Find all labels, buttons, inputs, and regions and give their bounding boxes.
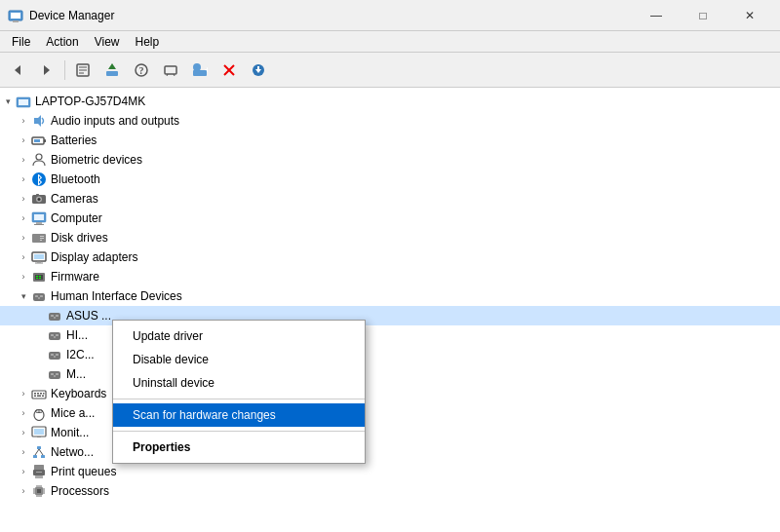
- svg-marker-3: [15, 65, 20, 75]
- hid4-label: M...: [66, 367, 86, 381]
- tree-item-computer[interactable]: › Computer: [0, 209, 780, 228]
- scan-button[interactable]: [157, 57, 184, 84]
- batteries-label: Batteries: [51, 133, 97, 147]
- tree-item-bluetooth[interactable]: › ᛒ Bluetooth: [0, 170, 780, 189]
- monitors-icon: [31, 425, 47, 440]
- firmware-label: Firmware: [51, 270, 99, 284]
- audio-expand-icon: ›: [16, 113, 31, 129]
- tree-view[interactable]: ▾ LAPTOP-GJ57D4MK › Audio inputs and out…: [0, 88, 780, 532]
- add-button[interactable]: +: [186, 57, 214, 84]
- svg-marker-4: [44, 65, 50, 75]
- tree-root[interactable]: ▾ LAPTOP-GJ57D4MK: [0, 92, 780, 111]
- firmware-expand-icon: ›: [16, 269, 31, 285]
- forward-button[interactable]: [33, 57, 60, 84]
- tree-item-print[interactable]: › Print queues: [0, 462, 780, 481]
- maximize-button[interactable]: □: [681, 0, 725, 31]
- processors-icon: [31, 483, 47, 499]
- svg-text:+: +: [205, 65, 208, 75]
- tree-item-firmware[interactable]: › Firmware: [0, 267, 780, 286]
- svg-rect-49: [37, 261, 41, 263]
- context-menu-properties[interactable]: Properties: [113, 436, 365, 459]
- svg-rect-75: [56, 373, 58, 375]
- display-expand-icon: ›: [16, 249, 31, 265]
- main-content: ▾ LAPTOP-GJ57D4MK › Audio inputs and out…: [0, 88, 780, 532]
- tree-item-disk[interactable]: › Disk drives: [0, 228, 780, 247]
- toolbar: ? +: [0, 53, 780, 88]
- svg-rect-46: [40, 240, 42, 241]
- context-menu-disable-device[interactable]: Disable device: [113, 348, 365, 371]
- svg-rect-79: [37, 393, 39, 395]
- monitors-label: Monit...: [51, 426, 89, 439]
- svg-rect-67: [56, 334, 58, 336]
- cameras-expand-icon: ›: [16, 191, 31, 207]
- display-label: Display adapters: [51, 250, 137, 264]
- svg-rect-66: [51, 334, 54, 336]
- svg-marker-10: [108, 63, 116, 69]
- svg-rect-81: [34, 396, 36, 398]
- svg-rect-71: [56, 354, 58, 356]
- context-menu-separator-2: [113, 431, 365, 432]
- svg-rect-74: [51, 373, 54, 375]
- download-button[interactable]: [245, 57, 272, 84]
- print-expand-icon: ›: [16, 464, 31, 479]
- title-bar-text: Device Manager: [29, 9, 634, 22]
- tree-item-cameras[interactable]: › Cameras: [0, 189, 780, 209]
- menu-help[interactable]: Help: [128, 33, 168, 51]
- svg-rect-28: [44, 139, 46, 142]
- context-menu-uninstall-device[interactable]: Uninstall device: [113, 371, 365, 395]
- menu-file[interactable]: File: [4, 33, 38, 51]
- svg-rect-98: [35, 475, 43, 478]
- svg-rect-40: [34, 224, 44, 225]
- svg-rect-9: [106, 71, 118, 76]
- help-button[interactable]: ?: [128, 57, 155, 84]
- svg-point-68: [54, 336, 56, 338]
- menu-view[interactable]: View: [87, 33, 128, 51]
- context-menu-update-driver[interactable]: Update driver: [113, 324, 365, 348]
- minimize-button[interactable]: —: [634, 0, 679, 31]
- svg-rect-48: [34, 254, 44, 259]
- cameras-label: Cameras: [51, 192, 98, 206]
- back-button[interactable]: [4, 57, 31, 84]
- svg-text:ᛒ: ᛒ: [36, 173, 43, 187]
- svg-point-72: [54, 356, 56, 358]
- disk-label: Disk drives: [51, 231, 108, 245]
- biometric-expand-icon: ›: [16, 152, 31, 168]
- tree-item-display[interactable]: › Display adapters: [0, 247, 780, 267]
- properties-button[interactable]: [69, 57, 97, 84]
- firmware-icon: [31, 269, 47, 285]
- update-driver-button[interactable]: [98, 57, 126, 84]
- tree-item-processors[interactable]: › Proces: [0, 481, 780, 501]
- disk-expand-icon: ›: [16, 230, 31, 246]
- tree-item-batteries[interactable]: › Batteries: [0, 131, 780, 150]
- svg-rect-2: [13, 20, 19, 22]
- network-icon: [31, 444, 47, 460]
- svg-rect-38: [34, 214, 44, 220]
- bluetooth-label: Bluetooth: [51, 172, 100, 186]
- processors-label: Processors: [51, 484, 109, 498]
- svg-rect-55: [36, 278, 38, 279]
- svg-rect-91: [37, 446, 41, 449]
- close-button[interactable]: ✕: [727, 0, 772, 31]
- svg-rect-70: [51, 354, 54, 356]
- svg-rect-54: [39, 276, 41, 277]
- svg-rect-99: [36, 472, 42, 473]
- svg-rect-77: [32, 391, 46, 399]
- svg-point-64: [54, 317, 56, 319]
- mice-icon: [31, 405, 47, 421]
- svg-rect-23: [257, 66, 259, 69]
- svg-rect-93: [41, 455, 45, 458]
- svg-rect-45: [40, 238, 44, 239]
- menu-action[interactable]: Action: [38, 33, 86, 51]
- svg-point-60: [38, 297, 40, 299]
- svg-point-17: [193, 63, 201, 71]
- svg-rect-101: [37, 489, 41, 493]
- tree-item-audio[interactable]: › Audio inputs and outputs: [0, 111, 780, 131]
- tree-item-biometric[interactable]: › Biometric devices: [0, 150, 780, 170]
- context-menu-scan-hardware[interactable]: Scan for hardware changes: [113, 403, 365, 427]
- root-icon: [16, 94, 31, 109]
- hid4-icon: [47, 366, 62, 382]
- uninstall-button[interactable]: [215, 57, 243, 84]
- print-label: Print queues: [51, 465, 116, 478]
- tree-item-hid[interactable]: ▾ Human Interface Devices: [0, 286, 780, 306]
- cameras-icon: [31, 191, 47, 207]
